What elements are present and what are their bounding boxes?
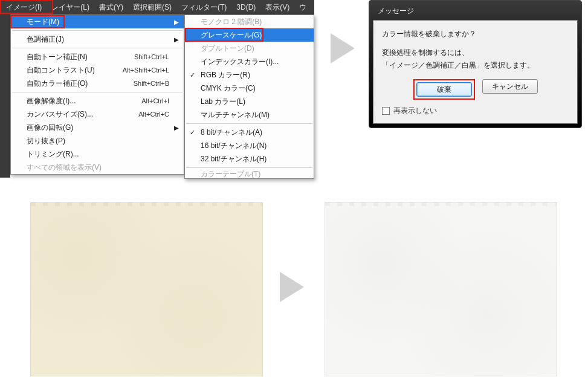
menu-bar: イメージ(I) レイヤー(L) 書式(Y) 選択範囲(S) フィルター(T) 3… xyxy=(0,0,314,14)
menu-item-image-rotation[interactable]: 画像の回転(G) ▶ xyxy=(11,121,184,134)
menu-item-label: モノクロ 2 階調(B) xyxy=(201,17,262,27)
mode-item-16bit[interactable]: 16 bit/チャンネル(N) xyxy=(185,139,314,152)
mode-item-bitmap: モノクロ 2 階調(B) xyxy=(185,15,314,28)
dont-show-again-label: 再表示しない xyxy=(393,106,437,116)
discard-button[interactable]: 破棄 xyxy=(416,82,472,97)
menu-item-label: 色調補正(J) xyxy=(27,34,64,45)
sample-image-before xyxy=(30,202,263,376)
menu-shortcut: Alt+Ctrl+I xyxy=(141,97,169,105)
menu-item-label: マルチチャンネル(M) xyxy=(201,110,270,120)
menu-separator xyxy=(186,123,312,124)
menu-shortcut: Shift+Ctrl+B xyxy=(134,80,169,87)
menu-separator xyxy=(12,92,183,92)
menu-shortcut: Shift+Ctrl+L xyxy=(134,53,169,60)
menu-item-label: 画像解像度(I)... xyxy=(27,96,76,106)
menu-item-canvas-size[interactable]: カンバスサイズ(S)... Alt+Ctrl+C xyxy=(11,108,184,121)
step-arrow-icon xyxy=(280,272,304,302)
dont-show-again-row[interactable]: 再表示しない xyxy=(382,106,569,116)
checkbox-icon[interactable] xyxy=(382,107,390,115)
menu-separator xyxy=(12,48,183,48)
menu-item-label: 自動コントラスト(U) xyxy=(27,65,95,76)
menu-truncated[interactable]: ウ xyxy=(294,0,311,15)
mode-item-32bit[interactable]: 32 bit/チャンネル(H) xyxy=(185,152,314,166)
menu-item-label: モード(M) xyxy=(27,17,59,27)
dialog-body: カラー情報を破棄しますか？ 変換処理を制御するには、 「イメージ／色調補正／白黒… xyxy=(373,20,578,124)
menu-item-label: カンバスサイズ(S)... xyxy=(27,109,93,120)
menu-shortcut: Alt+Ctrl+C xyxy=(138,111,169,118)
menu-item-label: 自動カラー補正(O) xyxy=(27,79,88,89)
menu-filter[interactable]: フィルター(T) xyxy=(176,0,231,15)
dialog-text-line: カラー情報を破棄しますか？ xyxy=(382,29,569,39)
menu-shortcut: Alt+Shift+Ctrl+L xyxy=(123,66,169,74)
menu-item-show-all: すべての領域を表示(V) xyxy=(11,161,184,174)
menu-item-label: 切り抜き(P) xyxy=(27,136,65,146)
menu-item-label: トリミング(R)... xyxy=(27,149,79,160)
sample-image-after xyxy=(325,202,557,376)
menu-separator xyxy=(12,30,183,31)
menu-item-label: CMYK カラー(C) xyxy=(201,83,256,94)
mode-item-8bit[interactable]: ✓ 8 bit/チャンネル(A) xyxy=(185,126,314,139)
menu-image[interactable]: イメージ(I) xyxy=(1,0,47,15)
image-menu-dropdown: モード(M) ▶ 色調補正(J) ▶ 自動トーン補正(N) Shift+Ctrl… xyxy=(10,14,184,175)
menu-item-label: 自動トーン補正(N) xyxy=(27,52,88,62)
menu-item-label: カラーテーブル(T) xyxy=(201,170,260,178)
menu-item-label: 32 bit/チャンネル(H) xyxy=(201,154,267,164)
dialog-text-line: 変換処理を制御するには、 xyxy=(382,48,569,58)
menu-item-label: インデックスカラー(I)... xyxy=(201,57,279,67)
message-dialog: メッセージ カラー情報を破棄しますか？ 変換処理を制御するには、 「イメージ／色… xyxy=(369,0,582,128)
menu-layer[interactable]: レイヤー(L) xyxy=(47,0,94,15)
mode-item-duotone: ダブルトーン(D) xyxy=(185,42,314,55)
menu-item-mode[interactable]: モード(M) ▶ xyxy=(11,15,184,28)
submenu-arrow-icon: ▶ xyxy=(174,19,179,25)
menu-item-adjust[interactable]: 色調補正(J) ▶ xyxy=(11,33,184,46)
menu-item-crop[interactable]: 切り抜き(P) xyxy=(11,134,184,147)
menu-item-auto-contrast[interactable]: 自動コントラスト(U) Alt+Shift+Ctrl+L xyxy=(11,63,184,77)
mode-item-indexed[interactable]: インデックスカラー(I)... xyxy=(185,55,314,68)
dialog-button-row: 破棄 キャンセル xyxy=(382,79,569,100)
mode-item-cmyk[interactable]: CMYK カラー(C) xyxy=(185,82,314,95)
menu-item-trim[interactable]: トリミング(R)... xyxy=(11,147,184,161)
mode-item-lab[interactable]: Lab カラー(L) xyxy=(185,95,314,108)
mode-item-multichannel[interactable]: マルチチャンネル(M) xyxy=(185,108,314,121)
menu-view[interactable]: 表示(V) xyxy=(260,0,294,15)
menu-item-label: すべての領域を表示(V) xyxy=(27,163,102,173)
mode-item-color-table: カラーテーブル(T) xyxy=(185,170,314,178)
mode-item-grayscale[interactable]: グレースケール(G) xyxy=(185,28,314,42)
menu-type[interactable]: 書式(Y) xyxy=(94,0,128,15)
mode-item-rgb[interactable]: ✓ RGB カラー(R) xyxy=(185,68,314,82)
check-icon: ✓ xyxy=(190,71,195,79)
menu-item-label: 16 bit/チャンネル(N) xyxy=(201,141,267,151)
menu-select[interactable]: 選択範囲(S) xyxy=(128,0,176,15)
highlight-discard-button: 破棄 xyxy=(413,79,475,100)
mode-submenu-dropdown: モノクロ 2 階調(B) グレースケール(G) ダブルトーン(D) インデックス… xyxy=(184,14,314,179)
app-dark-background xyxy=(0,14,10,178)
dialog-title: メッセージ xyxy=(373,4,578,20)
menu-item-label: ダブルトーン(D) xyxy=(201,44,254,54)
menu-item-label: Lab カラー(L) xyxy=(201,97,245,107)
menu-item-label: 画像の回転(G) xyxy=(27,123,73,133)
menu-item-auto-color[interactable]: 自動カラー補正(O) Shift+Ctrl+B xyxy=(11,77,184,90)
dialog-text-line: 「イメージ／色調補正／白黒」を選択します。 xyxy=(382,60,569,71)
menu-item-label: RGB カラー(R) xyxy=(201,70,250,80)
check-icon: ✓ xyxy=(190,129,195,137)
menu-separator xyxy=(186,167,312,168)
step-arrow-icon xyxy=(331,33,355,63)
menu-item-auto-tone[interactable]: 自動トーン補正(N) Shift+Ctrl+L xyxy=(11,50,184,63)
menu-3d[interactable]: 3D(D) xyxy=(231,1,260,14)
menu-item-label: 8 bit/チャンネル(A) xyxy=(201,127,262,138)
menu-item-label: グレースケール(G) xyxy=(201,30,262,40)
menu-item-image-size[interactable]: 画像解像度(I)... Alt+Ctrl+I xyxy=(11,94,184,108)
submenu-arrow-icon: ▶ xyxy=(174,124,179,131)
cancel-button[interactable]: キャンセル xyxy=(482,79,538,94)
submenu-arrow-icon: ▶ xyxy=(174,36,179,43)
